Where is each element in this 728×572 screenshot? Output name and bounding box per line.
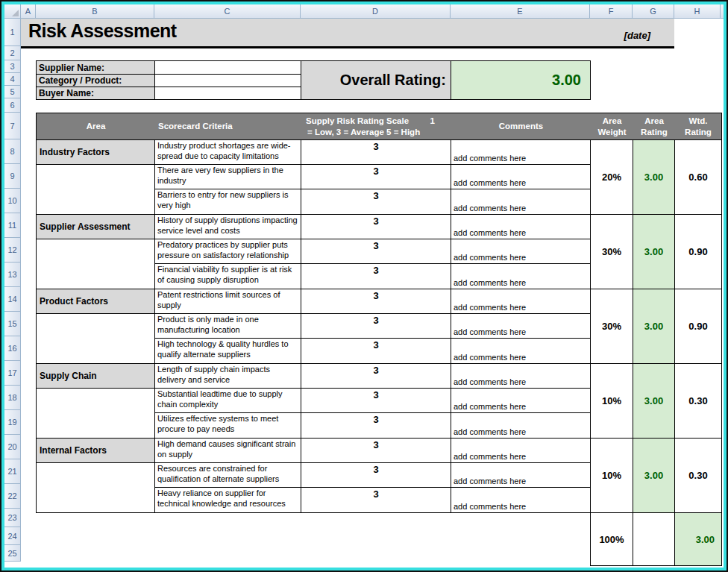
column-header[interactable]: D: [301, 4, 451, 19]
category-product-input-cell[interactable]: [155, 75, 301, 87]
rating-cell[interactable]: 3: [301, 389, 451, 413]
row-header[interactable]: 25: [4, 545, 21, 562]
rating-cell[interactable]: 3: [301, 289, 451, 314]
area-spacer-cell: [37, 463, 155, 512]
area-spacer-cell: [37, 314, 155, 363]
header-scale-title: Supply Risk Rating Scale: [306, 116, 409, 127]
comment-cell[interactable]: add comments here: [451, 264, 591, 289]
row-header[interactable]: 14: [4, 287, 21, 312]
row-header[interactable]: 20: [4, 435, 21, 459]
select-all-corner[interactable]: [4, 4, 21, 19]
comment-cell[interactable]: add comments here: [451, 215, 591, 239]
supplier-name-input-cell[interactable]: [155, 61, 301, 74]
row-header[interactable]: 2: [4, 46, 21, 60]
row-header[interactable]: 3: [4, 60, 21, 73]
column-header[interactable]: C: [154, 4, 301, 19]
row-header[interactable]: 1: [4, 19, 21, 46]
area-weight-cell[interactable]: 30%: [591, 289, 633, 363]
criteria-cell: Financial viability fo supplier is at ri…: [155, 264, 301, 289]
row-header[interactable]: 19: [4, 410, 21, 435]
row-header[interactable]: 10: [4, 189, 21, 213]
area-weight-cell[interactable]: 30%: [591, 215, 633, 289]
rating-cell[interactable]: 3: [301, 439, 451, 463]
rating-cell[interactable]: 3: [301, 215, 451, 239]
comment-cell[interactable]: add comments here: [451, 314, 591, 339]
row-header[interactable]: 9: [4, 164, 21, 189]
criteria-cell: Length of supply chain impacts delivery …: [155, 364, 301, 389]
row-header[interactable]: 16: [4, 336, 21, 361]
comment-cell[interactable]: add comments here: [451, 140, 591, 165]
category-product-label: Category / Product:: [37, 75, 155, 87]
rating-cell[interactable]: 3: [301, 364, 451, 389]
comment-cell[interactable]: add comments here: [451, 339, 591, 363]
comment-cell[interactable]: add comments here: [451, 239, 591, 264]
criteria-cell: There are very few suppliers in the indu…: [155, 165, 301, 189]
row-header[interactable]: 11: [4, 213, 21, 238]
header-area-weight: Area Weight: [591, 113, 633, 139]
area-label-cell: Industry Factors: [37, 140, 155, 165]
row-header[interactable]: 22: [4, 484, 21, 509]
area-rating-cell: 3.00: [633, 439, 675, 512]
column-header[interactable]: B: [36, 4, 154, 19]
rating-cell[interactable]: 3: [301, 463, 451, 488]
area-spacer-cell: [37, 165, 155, 214]
rating-cell[interactable]: 3: [301, 239, 451, 264]
category-product-row: Category / Product:: [37, 74, 301, 87]
area-weight-cell[interactable]: 10%: [591, 364, 633, 438]
supplier-name-row: Supplier Name:: [37, 61, 301, 74]
row-header[interactable]: 5: [4, 86, 21, 98]
column-header[interactable]: E: [451, 4, 590, 19]
row-header[interactable]: 23: [4, 509, 21, 527]
column-header[interactable]: G: [633, 4, 674, 19]
row-header[interactable]: 12: [4, 238, 21, 263]
date-placeholder-cell[interactable]: [date]: [624, 30, 650, 41]
row-header[interactable]: 21: [4, 459, 21, 484]
rating-cell[interactable]: 3: [301, 488, 451, 512]
rating-cell[interactable]: 3: [301, 140, 451, 165]
rating-cell[interactable]: 3: [301, 165, 451, 189]
row-header[interactable]: 7: [4, 113, 21, 139]
area-weight-cell[interactable]: 10%: [591, 439, 633, 512]
row-header[interactable]: 6: [4, 98, 21, 113]
risk-table-zone: Area Scorecard Criteria Supply Risk Rati…: [36, 113, 722, 566]
total-rating-cell: [633, 513, 675, 565]
comment-cell[interactable]: add comments here: [451, 439, 591, 463]
criteria-cell: Resources are constrained for qualificat…: [155, 463, 301, 488]
area-rating-cell: 3.00: [633, 215, 675, 289]
row-header[interactable]: 4: [4, 73, 21, 86]
row-header[interactable]: 24: [4, 527, 21, 545]
weighted-rating-cell: 0.90: [675, 215, 721, 289]
risk-area-group: Industry Factors Industry product shorta…: [37, 140, 721, 215]
comment-cell[interactable]: add comments here: [451, 389, 591, 413]
row-header[interactable]: 17: [4, 361, 21, 386]
rating-cell[interactable]: 3: [301, 189, 451, 214]
buyer-name-input-cell[interactable]: [155, 87, 301, 99]
row-header[interactable]: 13: [4, 263, 21, 287]
comment-cell[interactable]: add comments here: [451, 364, 591, 389]
rating-cell[interactable]: 3: [301, 339, 451, 363]
area-spacer-cell: [37, 239, 155, 289]
header-scale-number: 1: [430, 116, 435, 127]
comment-cell[interactable]: add comments here: [451, 289, 591, 314]
comment-cell[interactable]: add comments here: [451, 488, 591, 512]
comment-cell[interactable]: add comments here: [451, 165, 591, 189]
column-header[interactable]: H: [674, 4, 721, 19]
rating-cell[interactable]: 3: [301, 264, 451, 289]
criteria-cell: Patent restrictions limit sources of sup…: [155, 289, 301, 314]
row-header[interactable]: 15: [4, 312, 21, 336]
header-scale-legend: = Low, 3 = Average 5 = High: [306, 127, 447, 138]
row-header[interactable]: 8: [4, 139, 21, 164]
weighted-rating-cell: 0.30: [675, 439, 721, 512]
area-rating-cell: 3.00: [633, 289, 675, 363]
row-header[interactable]: 18: [4, 386, 21, 410]
comment-cell[interactable]: add comments here: [451, 189, 591, 214]
rating-cell[interactable]: 3: [301, 314, 451, 339]
area-rating-cell: 3.00: [633, 140, 675, 214]
column-header[interactable]: F: [590, 4, 633, 19]
area-weight-cell[interactable]: 20%: [591, 140, 633, 214]
column-header[interactable]: A: [21, 4, 36, 19]
criteria-cell: High demand causes significant strain on…: [155, 439, 301, 463]
comment-cell[interactable]: add comments here: [451, 463, 591, 488]
comment-cell[interactable]: add comments here: [451, 413, 591, 438]
rating-cell[interactable]: 3: [301, 413, 451, 438]
